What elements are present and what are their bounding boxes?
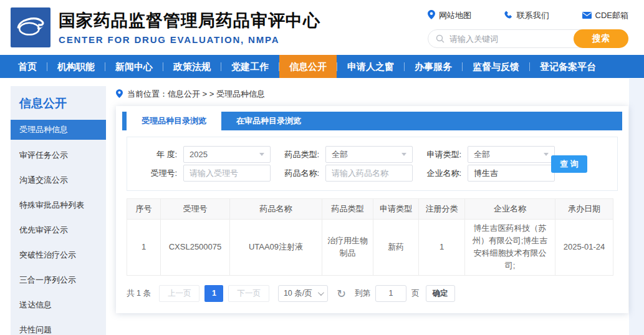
apply-type-filter: 申请类型: 全部 bbox=[420, 146, 555, 163]
sidebar-item-review-task-publicity[interactable]: 审评任务公示 bbox=[11, 143, 106, 168]
main-nav: 首页 机构职能 新闻中心 政策法规 党建工作 信息公开 申请人之窗 办事服务 监… bbox=[0, 55, 644, 78]
goto-prefix-label: 到第 bbox=[355, 288, 370, 299]
tab-accepted-catalog[interactable]: 受理品种目录浏览 bbox=[127, 112, 221, 130]
sitemap-link[interactable]: 网站地图 bbox=[428, 10, 471, 21]
cell-accept-no: CXSL2500075 bbox=[161, 220, 230, 276]
sidebar-item-breakthrough-therapy-publicity[interactable]: 突破性治疗公示 bbox=[11, 243, 106, 268]
site-header: 国家药品监督管理局药品审评中心 CENTER FOR DRUG EVALUATI… bbox=[0, 0, 644, 55]
site-search: 搜索 bbox=[428, 29, 628, 48]
refresh-icon[interactable]: ↻ bbox=[337, 287, 346, 300]
page-size-select[interactable]: 10 条/页 bbox=[278, 285, 328, 302]
pagination: 共 1 条 上一页 1 下一页 10 条/页 ↻ 到第 页 确定 bbox=[127, 285, 622, 302]
sidebar-item-three-in-one-publicity[interactable]: 三合一序列公示 bbox=[11, 268, 106, 293]
sidebar-item-delivery-info[interactable]: 送达信息 bbox=[11, 293, 106, 318]
chevron-down-icon bbox=[544, 153, 549, 156]
filter-row-1: 年 度: 2025 药品类型: 全部 申请类 bbox=[136, 146, 617, 163]
cell-apply-type: 新药 bbox=[373, 220, 419, 276]
col-header-drug-name: 药品名称 bbox=[230, 199, 322, 220]
next-page-button[interactable]: 下一页 bbox=[228, 285, 269, 302]
page-number-1[interactable]: 1 bbox=[204, 285, 223, 302]
contact-link[interactable]: 联系我们 bbox=[504, 10, 549, 21]
tab-bar: 受理品种目录浏览 在审品种目录浏览 bbox=[122, 112, 622, 130]
nav-item-party-building[interactable]: 党建工作 bbox=[221, 55, 279, 78]
year-select[interactable]: 2025 bbox=[183, 146, 271, 163]
cde-logo bbox=[11, 7, 50, 47]
cell-company: 博生吉医药科技（苏州）有限公司;博生吉安科细胞技术有限公司; bbox=[465, 220, 555, 276]
year-select-value: 2025 bbox=[190, 150, 208, 159]
breadcrumb-text: 当前位置：信息公开 > > 受理品种信息 bbox=[127, 89, 265, 100]
sidebar-item-common-issues[interactable]: 共性问题 bbox=[11, 318, 106, 335]
col-header-registration-class: 注册分类 bbox=[419, 199, 465, 220]
nav-item-organization[interactable]: 机构职能 bbox=[47, 55, 105, 78]
nav-item-news[interactable]: 新闻中心 bbox=[105, 55, 163, 78]
breadcrumb-pin-icon bbox=[116, 89, 123, 100]
quick-links: 网站地图 联系我们 CDE邮箱 bbox=[428, 10, 628, 21]
site-subtitle: CENTER FOR DRUG EVALUATION, NMPA bbox=[59, 34, 320, 45]
cell-drug-type: 治疗用生物制品 bbox=[322, 220, 373, 276]
table-header: 序号 受理号 药品名称 药品类型 申请类型 注册分类 企业名称 承办日期 bbox=[127, 199, 613, 220]
company-input[interactable] bbox=[468, 165, 555, 182]
apply-type-select-value: 全部 bbox=[474, 149, 490, 160]
accept-no-label: 受理号: bbox=[136, 168, 177, 179]
drug-name-input[interactable] bbox=[325, 165, 413, 182]
col-header-drug-type: 药品类型 bbox=[322, 199, 373, 220]
filter-panel: 年 度: 2025 药品类型: 全部 申请类 bbox=[127, 137, 618, 191]
page-body: 信息公开 受理品种信息 审评任务公示 沟通交流公示 特殊审批品种列表 优先审评公… bbox=[0, 78, 644, 335]
swan-swoosh-icon bbox=[16, 13, 46, 42]
accept-no-input[interactable] bbox=[183, 165, 271, 182]
apply-type-select[interactable]: 全部 bbox=[468, 146, 555, 163]
prev-page-button[interactable]: 上一页 bbox=[159, 285, 200, 302]
col-header-accept-no: 受理号 bbox=[161, 199, 230, 220]
chevron-down-icon bbox=[318, 289, 324, 296]
pagination-total: 共 1 条 bbox=[127, 288, 151, 299]
header-right: 网站地图 联系我们 CDE邮箱 搜索 bbox=[428, 10, 628, 48]
site-titles: 国家药品监督管理局药品审评中心 CENTER FOR DRUG EVALUATI… bbox=[59, 9, 320, 45]
drug-name-label: 药品名称: bbox=[278, 168, 319, 179]
nav-item-info-disclosure[interactable]: 信息公开 bbox=[279, 55, 337, 78]
company-label: 企业名称: bbox=[420, 168, 461, 179]
nav-item-registration-platform[interactable]: 登记备案平台 bbox=[530, 55, 606, 78]
sidebar-item-accepted-variety-info[interactable]: 受理品种信息 bbox=[11, 120, 106, 140]
nav-item-policy[interactable]: 政策法规 bbox=[163, 55, 221, 78]
phone-icon bbox=[504, 11, 513, 21]
search-icon bbox=[436, 34, 445, 46]
drug-type-filter: 药品类型: 全部 bbox=[278, 146, 413, 163]
col-header-handle-date: 承办日期 bbox=[555, 199, 613, 220]
sidebar-title: 信息公开 bbox=[11, 86, 106, 120]
filter-row-2: 受理号: 药品名称: 企业名称: bbox=[136, 165, 617, 182]
goto-page-input[interactable] bbox=[375, 285, 406, 302]
content-card: 受理品种目录浏览 在审品种目录浏览 年 度: 2025 药品类型: bbox=[116, 106, 628, 313]
sidebar-item-special-approval-list[interactable]: 特殊审批品种列表 bbox=[11, 193, 106, 218]
query-button[interactable]: 查 询 bbox=[551, 155, 587, 173]
goto-suffix-label: 页 bbox=[411, 288, 420, 299]
cell-index: 1 bbox=[127, 220, 161, 276]
cell-registration-class: 1 bbox=[419, 220, 465, 276]
page-size-value: 10 条/页 bbox=[284, 288, 312, 299]
results-table: 序号 受理号 药品名称 药品类型 申请类型 注册分类 企业名称 承办日期 1 C… bbox=[127, 198, 613, 276]
apply-type-label: 申请类型: bbox=[420, 149, 461, 160]
col-header-index: 序号 bbox=[127, 199, 161, 220]
year-filter: 年 度: 2025 bbox=[136, 146, 271, 163]
sidebar-item-priority-review-publicity[interactable]: 优先审评公示 bbox=[11, 218, 106, 243]
nav-item-home[interactable]: 首页 bbox=[8, 55, 47, 78]
drug-type-select[interactable]: 全部 bbox=[325, 146, 413, 163]
goto-confirm-button[interactable]: 确定 bbox=[426, 285, 455, 302]
sidebar-item-communication-publicity[interactable]: 沟通交流公示 bbox=[11, 168, 106, 193]
search-button[interactable]: 搜索 bbox=[574, 29, 628, 48]
nav-item-services[interactable]: 办事服务 bbox=[405, 55, 462, 78]
tab-under-review-catalog[interactable]: 在审品种目录浏览 bbox=[221, 112, 316, 130]
accept-no-filter: 受理号: bbox=[136, 165, 271, 182]
col-header-company: 企业名称 bbox=[465, 199, 555, 220]
nav-item-supervision-feedback[interactable]: 监督与反馈 bbox=[463, 55, 529, 78]
mailbox-label: CDE邮箱 bbox=[595, 10, 628, 21]
drug-name-filter: 药品名称: bbox=[278, 165, 413, 182]
envelope-icon bbox=[582, 11, 592, 21]
sidebar: 信息公开 受理品种信息 审评任务公示 沟通交流公示 特殊审批品种列表 优先审评公… bbox=[11, 86, 106, 335]
page-background-strip bbox=[629, 79, 644, 335]
nav-item-applicant-window[interactable]: 申请人之窗 bbox=[337, 55, 404, 78]
year-label: 年 度: bbox=[136, 149, 177, 160]
mailbox-link[interactable]: CDE邮箱 bbox=[582, 10, 628, 21]
drug-type-label: 药品类型: bbox=[278, 149, 319, 160]
main-content: 当前位置：信息公开 > > 受理品种信息 受理品种目录浏览 在审品种目录浏览 年… bbox=[116, 78, 628, 313]
company-filter: 企业名称: bbox=[420, 165, 555, 182]
